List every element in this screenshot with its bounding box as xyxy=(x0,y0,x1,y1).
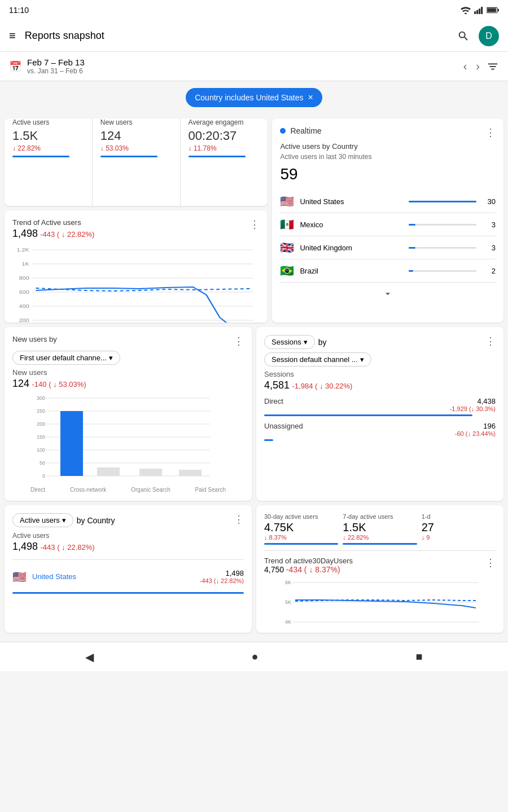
new-users-dropdown-wrap: First user default channe... ▾ xyxy=(12,351,244,365)
sessions-metric-label: Sessions xyxy=(271,338,301,346)
filter-icon[interactable] xyxy=(487,61,499,72)
new-users-dropdown-arrow: ▾ xyxy=(109,354,113,362)
sessions-channel-arrow: ▾ xyxy=(360,355,364,364)
new-users-more-button[interactable]: ⋮ xyxy=(234,335,244,347)
us-bar xyxy=(409,201,476,202)
svg-rect-2 xyxy=(476,10,478,14)
30day-trend-more-button[interactable]: ⋮ xyxy=(485,557,496,569)
trend-more-button[interactable]: ⋮ xyxy=(249,218,260,231)
trend-card-values: 1,498 -443 ( ↓ 22.82%) xyxy=(12,228,94,240)
us-flag: 🇺🇸 xyxy=(280,195,294,208)
realtime-sub-label: Active users in last 30 minutes xyxy=(280,153,496,161)
summary-new-users: New users 124 ↓ 53.03% xyxy=(93,118,181,206)
new-users-bar xyxy=(100,156,157,157)
7day-bar xyxy=(343,543,417,545)
br-flag: 🇧🇷 xyxy=(280,264,294,277)
new-users-header: New users by ⋮ xyxy=(12,335,244,347)
sessions-label: Sessions xyxy=(264,370,496,378)
realtime-dot xyxy=(280,128,286,134)
trend-chart: 1.2K 1K 800 600 400 200 0 xyxy=(12,244,260,323)
active-users-bar xyxy=(12,156,69,157)
1day-change: ↓ 9 xyxy=(422,534,496,541)
svg-rect-6 xyxy=(487,8,496,12)
filter-chip-close[interactable]: × xyxy=(308,92,313,103)
30day-trend-value: 4,750 xyxy=(264,565,284,574)
7day-label: 7-day active users xyxy=(343,513,417,520)
bottom-nav: ◀ ● ■ xyxy=(0,642,508,671)
realtime-card: Realtime ⋮ Active users by Country Activ… xyxy=(272,118,503,323)
calendar-icon: 📅 xyxy=(9,60,21,73)
active-metric-arrow: ▾ xyxy=(62,516,66,524)
trend-card-title: Trend of Active users xyxy=(12,218,94,227)
active-by-country-card: Active users ▾ by Country ⋮ Active users… xyxy=(5,505,252,633)
bar-label-cross: Cross-network xyxy=(70,487,106,493)
svg-text:150: 150 xyxy=(37,434,45,440)
1day-label: 1-d xyxy=(422,513,496,520)
active-users-change: ↓ 22.82% xyxy=(12,144,84,152)
realtime-more-button[interactable]: ⋮ xyxy=(485,126,496,139)
30day-chart-svg: 6K 5K 4K xyxy=(264,580,496,625)
active-metric-dropdown[interactable]: Active users ▾ xyxy=(12,513,73,527)
status-icons xyxy=(461,7,499,14)
mx-flag: 🇲🇽 xyxy=(280,218,294,231)
engagement-value: 00:20:37 xyxy=(189,129,260,143)
main-content: Active users 1.5K ↓ 22.82% New users 124… xyxy=(0,114,508,642)
sessions-more-button[interactable]: ⋮ xyxy=(485,335,496,347)
channel-direct: Direct 4,438 -1,929 (↓ 30.3%) xyxy=(264,397,496,416)
new-users-metric-label: New users xyxy=(12,368,244,377)
trend-card-header: Trend of Active users 1,498 -443 ( ↓ 22.… xyxy=(12,218,260,240)
direct-bar xyxy=(264,414,472,416)
menu-icon[interactable]: ≡ xyxy=(9,29,16,42)
30day-col: 30-day active users 4.75K ↓ 8.37% xyxy=(264,513,338,545)
gb-count: 3 xyxy=(482,244,496,252)
trend-change: -443 ( ↓ 22.82%) xyxy=(40,230,94,239)
active-users-label: Active users xyxy=(12,118,84,126)
home-button[interactable]: ● xyxy=(251,650,258,663)
active-by-country-more-button[interactable]: ⋮ xyxy=(234,513,244,526)
next-date-button[interactable]: › xyxy=(474,58,482,75)
sessions-channel-dropdown[interactable]: Session default channel ... ▾ xyxy=(264,352,371,367)
sessions-metric-dropdown[interactable]: Sessions ▾ xyxy=(264,335,315,349)
expand-button[interactable] xyxy=(280,288,496,299)
svg-rect-7 xyxy=(498,9,499,12)
direct-row-top: Direct 4,438 xyxy=(264,397,496,405)
30day-trend-header: Trend of active30DayUsers 4,750 -434 ( ↓… xyxy=(264,557,496,574)
back-button[interactable]: ◀ xyxy=(85,650,94,664)
sessions-value-row: 4,581 -1,984 ( ↓ 30.22%) xyxy=(264,379,496,391)
filter-chip[interactable]: Country includes United States × xyxy=(186,88,322,107)
new-users-card: New users by ⋮ First user default channe… xyxy=(5,327,252,501)
active-us-count: 1,498 xyxy=(200,569,244,577)
gb-bar xyxy=(409,247,415,249)
battery-icon xyxy=(487,7,499,14)
top-bar: ≡ Reports snapshot D xyxy=(0,20,508,52)
direct-name: Direct xyxy=(264,397,283,405)
unassigned-bar xyxy=(264,439,273,441)
avatar[interactable]: D xyxy=(479,26,499,46)
date-range-comparison: vs. Jan 31 – Feb 6 xyxy=(27,67,461,75)
chevron-down-icon xyxy=(382,288,393,299)
svg-text:1.2K: 1.2K xyxy=(17,247,29,253)
date-nav: ‹ › xyxy=(461,58,499,75)
svg-rect-40 xyxy=(97,467,120,476)
br-bar-wrap xyxy=(409,270,476,272)
prev-date-button[interactable]: ‹ xyxy=(461,58,470,75)
recent-button[interactable]: ■ xyxy=(415,650,422,663)
bottom-row: Active users ▾ by Country ⋮ Active users… xyxy=(5,505,503,633)
svg-text:400: 400 xyxy=(19,303,29,309)
active-us-name[interactable]: United States xyxy=(32,572,200,581)
gb-name: United Kingdom xyxy=(300,244,409,252)
date-range-main: Feb 7 – Feb 13 xyxy=(27,58,461,67)
search-icon[interactable] xyxy=(457,30,470,42)
svg-text:4K: 4K xyxy=(285,619,291,625)
svg-text:0: 0 xyxy=(42,473,45,479)
svg-text:200: 200 xyxy=(37,421,45,427)
engagement-change: ↓ 11.78% xyxy=(189,144,260,152)
new-users-dropdown-label: First user default channe... xyxy=(20,354,107,362)
svg-text:100: 100 xyxy=(37,447,45,453)
30day-bar xyxy=(264,543,338,545)
mx-name: Mexico xyxy=(300,220,409,229)
new-users-dropdown[interactable]: First user default channe... ▾ xyxy=(12,351,120,365)
multiday-metrics-row: 30-day active users 4.75K ↓ 8.37% 7-day … xyxy=(264,513,496,551)
sessions-channel-dropdown-wrap: Session default channel ... ▾ xyxy=(264,352,496,367)
unassigned-change: -60 (↓ 23.44%) xyxy=(264,430,496,437)
